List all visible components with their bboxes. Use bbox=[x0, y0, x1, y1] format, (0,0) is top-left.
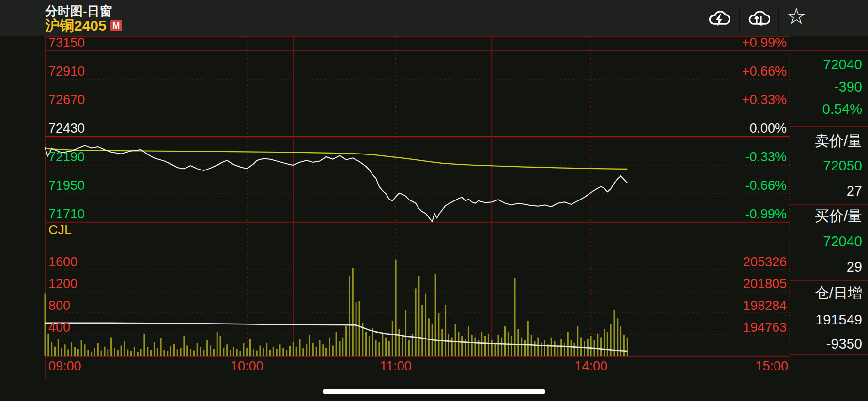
percent-axis-label: -0.66% bbox=[745, 178, 787, 193]
bid-label: 买价/量 bbox=[790, 208, 862, 224]
percent-axis-label: -0.33% bbox=[745, 150, 787, 164]
volume-pane-title: CJL bbox=[48, 223, 72, 237]
volume-axis-label: 1600 bbox=[48, 255, 78, 269]
time-axis-label: 15:00 bbox=[755, 359, 788, 373]
oi-axis-label: 198284 bbox=[743, 298, 787, 313]
volume-axis-label: 1200 bbox=[48, 277, 78, 291]
bid-price: 72040 bbox=[790, 233, 862, 249]
percent-axis-label: +0.99% bbox=[742, 35, 787, 50]
price-axis-label: 72430 bbox=[48, 121, 85, 136]
percent-axis-label: 0.00% bbox=[749, 121, 787, 136]
percent-axis-label: +0.33% bbox=[742, 93, 787, 107]
symbol-row[interactable]: 沪铜2405 M bbox=[45, 18, 122, 33]
bid-quantity: 29 bbox=[790, 259, 862, 275]
oi-axis-label: 201805 bbox=[743, 277, 787, 291]
quote-sidebar: 72040 -390 0.54% 卖价/量 72050 27 买价/量 7204… bbox=[790, 0, 868, 401]
futures-trading-app: 73150729107267072430721907195071710+0.99… bbox=[0, 0, 868, 401]
main-contract-badge: M bbox=[110, 20, 122, 31]
header-divider bbox=[778, 8, 779, 32]
price-change-pct: 0.54% bbox=[790, 101, 862, 117]
oi-axis-label: 205326 bbox=[743, 255, 787, 269]
ask-label: 卖价/量 bbox=[790, 133, 862, 149]
price-axis-label: 73150 bbox=[48, 35, 85, 50]
oi-axis-label: 194763 bbox=[743, 320, 787, 335]
price-axis-label: 72190 bbox=[48, 150, 85, 164]
volume-axis-label: 800 bbox=[48, 298, 70, 313]
time-axis-label: 14:00 bbox=[574, 359, 607, 373]
price-change: -390 bbox=[790, 79, 862, 94]
time-axis-label: 11:00 bbox=[380, 359, 412, 373]
cloud-lightning-icon[interactable] bbox=[707, 7, 730, 30]
time-axis-label: 09:00 bbox=[48, 359, 81, 373]
ask-quantity: 27 bbox=[790, 183, 862, 199]
percent-axis-label: +0.66% bbox=[742, 64, 787, 78]
price-axis-label: 72910 bbox=[48, 64, 85, 78]
intraday-chart: 73150729107267072430721907195071710+0.99… bbox=[0, 0, 868, 401]
price-axis-label: 71950 bbox=[48, 178, 85, 193]
price-axis-label: 72670 bbox=[48, 93, 85, 107]
header-divider bbox=[739, 8, 740, 32]
oi-daily-change: -9350 bbox=[790, 336, 862, 352]
home-indicator[interactable] bbox=[323, 389, 545, 394]
time-axis-label: 10:00 bbox=[231, 359, 264, 373]
header: 分时图-日窗 沪铜2405 M ☆ bbox=[0, 0, 868, 36]
last-price: 72040 bbox=[790, 57, 862, 72]
volume-axis-label: 400 bbox=[48, 320, 70, 335]
cloud-sync-icon[interactable] bbox=[747, 7, 770, 30]
price-axis-label: 71710 bbox=[48, 207, 85, 221]
symbol-name[interactable]: 沪铜2405 bbox=[45, 16, 107, 36]
open-interest: 191549 bbox=[790, 312, 862, 327]
ask-price: 72050 bbox=[790, 158, 862, 173]
percent-axis-label: -0.99% bbox=[745, 207, 787, 221]
open-interest-label: 仓/日增 bbox=[790, 285, 862, 301]
